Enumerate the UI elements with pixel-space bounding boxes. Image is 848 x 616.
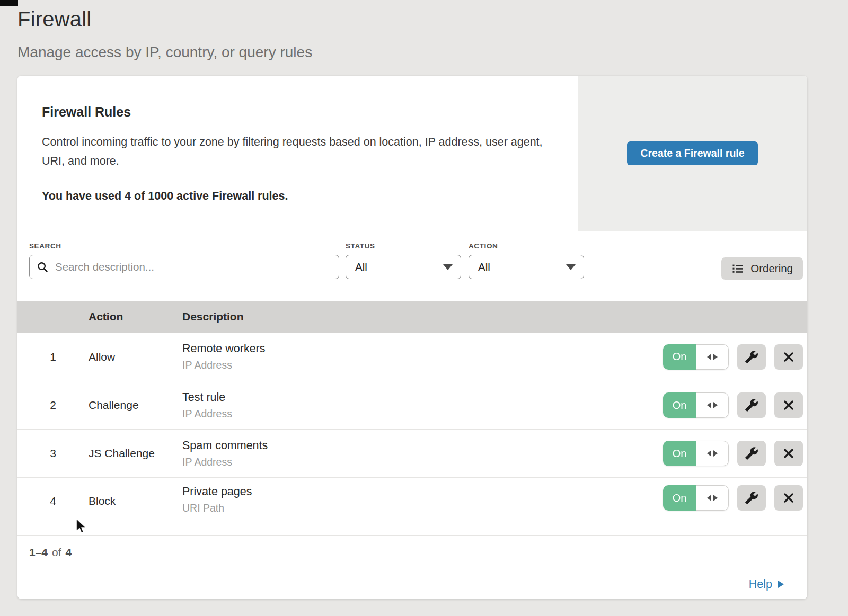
pagination-range: 1–4	[29, 546, 48, 559]
column-header-action: Action	[89, 310, 182, 323]
pagination: 1–4 of 4	[17, 535, 807, 569]
create-firewall-rule-button[interactable]: Create a Firewall rule	[627, 141, 757, 165]
page-header: Firewall Manage access by IP, country, o…	[0, 0, 848, 61]
table-row: 1 Allow Remote workers IP Address On	[17, 333, 807, 381]
delete-rule-button[interactable]	[774, 392, 803, 418]
edit-rule-button[interactable]	[737, 441, 766, 466]
rule-field: IP Address	[182, 359, 648, 371]
toggle-on-label[interactable]: On	[663, 344, 696, 370]
delete-rule-button[interactable]	[774, 344, 803, 370]
rule-description: Remote workers	[182, 342, 648, 355]
arrow-left-icon	[707, 450, 711, 457]
arrow-left-icon	[707, 402, 711, 408]
rule-action: Challenge	[89, 399, 182, 412]
wrench-icon	[745, 398, 758, 412]
rule-field: IP Address	[182, 456, 648, 468]
table-row: 4 Block Private pages URI Path On	[17, 477, 807, 535]
arrow-right-icon	[778, 581, 784, 588]
action-selected-value: All	[478, 261, 490, 273]
section-description: Control incoming traffic to your zone by…	[42, 132, 543, 171]
firewall-rules-card: Firewall Rules Control incoming traffic …	[17, 76, 807, 599]
rules-table: Action Description 1 Allow Remote worker…	[17, 301, 807, 535]
rule-description: Private pages	[182, 485, 648, 498]
search-icon	[37, 261, 49, 273]
filters-bar: SEARCH STATUS All ACTION All	[17, 231, 807, 301]
table-row: 2 Challenge Test rule IP Address On	[17, 381, 807, 429]
rule-action: JS Challenge	[89, 447, 182, 460]
close-icon	[783, 448, 794, 459]
search-input[interactable]	[54, 260, 332, 274]
chevron-down-icon	[566, 264, 576, 270]
wrench-icon	[745, 491, 758, 505]
rule-priority: 1	[17, 351, 89, 363]
rule-description: Test rule	[182, 391, 648, 404]
search-box[interactable]	[29, 255, 339, 279]
wrench-icon	[745, 350, 758, 364]
status-select[interactable]: All	[346, 255, 461, 279]
page-title: Firewall	[17, 7, 848, 31]
edit-rule-button[interactable]	[737, 344, 766, 370]
ordered-list-icon	[731, 262, 744, 275]
page-subtitle: Manage access by IP, country, or query r…	[17, 44, 848, 61]
action-filter: ACTION All	[469, 242, 584, 301]
pagination-total: 4	[66, 546, 72, 559]
column-header-description: Description	[182, 310, 648, 323]
rules-summary-text: Firewall Rules Control incoming traffic …	[17, 76, 578, 231]
ordering-button[interactable]: Ordering	[721, 257, 803, 280]
arrow-right-icon	[713, 495, 718, 501]
usage-summary: You have used 4 of 1000 active Firewall …	[42, 190, 556, 203]
wrench-icon	[745, 447, 758, 460]
action-select[interactable]: All	[469, 255, 584, 279]
close-icon	[783, 351, 794, 363]
action-label: ACTION	[469, 242, 584, 250]
arrow-right-icon	[713, 402, 718, 408]
help-link-label: Help	[749, 578, 772, 591]
chevron-down-icon	[443, 264, 453, 270]
toggle-drag-handle[interactable]	[696, 485, 729, 511]
pagination-of: of	[52, 546, 61, 559]
edit-rule-button[interactable]	[737, 392, 766, 418]
arrow-right-icon	[713, 354, 718, 360]
search-filter: SEARCH	[29, 242, 339, 301]
rule-priority: 2	[17, 399, 89, 412]
toggle-on-label[interactable]: On	[663, 441, 696, 466]
toggle-on-label[interactable]: On	[663, 392, 696, 418]
delete-rule-button[interactable]	[774, 485, 803, 511]
rule-priority: 3	[17, 447, 89, 460]
rule-priority: 4	[17, 485, 89, 507]
status-label: STATUS	[346, 242, 461, 250]
rule-enabled-toggle[interactable]: On	[663, 441, 729, 466]
rule-description: Spam comments	[182, 439, 648, 452]
search-label: SEARCH	[29, 242, 339, 250]
arrow-right-icon	[713, 450, 718, 457]
arrow-left-icon	[707, 354, 711, 360]
ordering-button-label: Ordering	[750, 262, 793, 275]
toggle-drag-handle[interactable]	[696, 344, 729, 370]
toggle-drag-handle[interactable]	[696, 392, 729, 418]
help-link[interactable]: Help	[749, 578, 784, 591]
toggle-drag-handle[interactable]	[696, 441, 729, 466]
status-filter: STATUS All	[346, 242, 461, 301]
screen-recording-artifact	[0, 0, 18, 6]
rule-field: IP Address	[182, 408, 648, 420]
edit-rule-button[interactable]	[737, 485, 766, 511]
table-header: Action Description	[17, 301, 807, 333]
rules-summary-section: Firewall Rules Control incoming traffic …	[17, 76, 807, 231]
status-selected-value: All	[355, 261, 367, 273]
close-icon	[783, 492, 794, 504]
section-heading: Firewall Rules	[42, 104, 556, 120]
rule-field: URI Path	[182, 502, 648, 514]
rule-action: Allow	[89, 351, 182, 363]
close-icon	[783, 399, 794, 411]
toggle-on-label[interactable]: On	[663, 485, 696, 511]
card-footer: Help	[17, 569, 807, 599]
rule-enabled-toggle[interactable]: On	[663, 392, 729, 418]
rule-enabled-toggle[interactable]: On	[663, 485, 729, 511]
delete-rule-button[interactable]	[774, 441, 803, 466]
create-rule-panel: Create a Firewall rule	[578, 76, 807, 231]
table-row: 3 JS Challenge Spam comments IP Address …	[17, 429, 807, 477]
arrow-left-icon	[707, 495, 711, 501]
rule-action: Block	[89, 485, 182, 507]
rule-enabled-toggle[interactable]: On	[663, 344, 729, 370]
